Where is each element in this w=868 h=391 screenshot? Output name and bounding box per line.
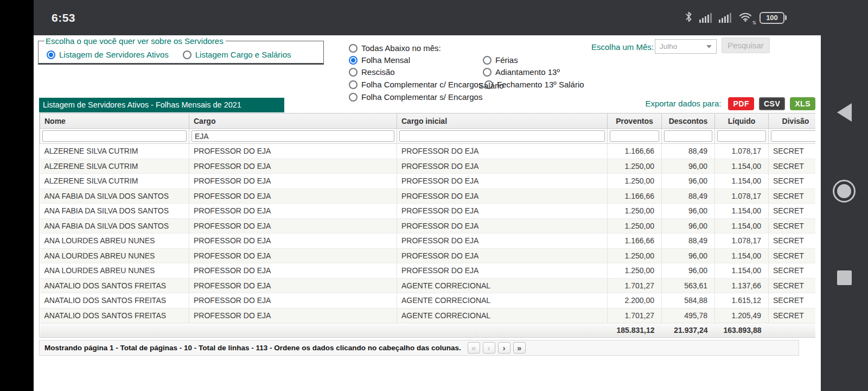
cell-cargo: PROFESSOR DO EJA: [189, 278, 397, 293]
radio-icon[interactable]: [349, 80, 358, 89]
cell-divisao: SECRET: [769, 293, 816, 308]
table-header-row: Nome Cargo Cargo inicial Proventos Desco…: [40, 113, 816, 129]
table-row: ANATALIO DOS SANTOS FREITAS PROFESSOR DO…: [40, 278, 816, 293]
display-cutout-strip: [0, 0, 34, 391]
app-content: Escolha o que você quer ver sobre os Ser…: [34, 35, 821, 391]
radio-label: Folha Complementar s/ Encargos: [361, 92, 482, 102]
column-header-divisao[interactable]: Divisão: [769, 113, 816, 129]
radio-icon[interactable]: [349, 68, 358, 77]
cell-cargo: PROFESSOR DO EJA: [189, 234, 397, 249]
radio-icon[interactable]: [349, 93, 358, 102]
export-row: Exportar dados para: PDF CSV XLS: [627, 96, 815, 111]
cell-cargo: PROFESSOR DO EJA: [189, 248, 397, 263]
bluetooth-icon: [685, 11, 692, 24]
cell-divisao: SECRET: [769, 174, 816, 189]
view-chooser-fieldset: Escolha o que você quer ver sobre os Ser…: [38, 36, 324, 65]
recents-icon[interactable]: [837, 270, 852, 285]
filter-descontos-input[interactable]: [664, 130, 712, 142]
home-icon[interactable]: [833, 180, 856, 203]
cell-liquido: 1.078,17: [715, 234, 769, 249]
cell-descontos: 96,00: [662, 159, 715, 174]
cell-proventos: 1.250,00: [608, 204, 662, 219]
search-button[interactable]: Pesquisar: [722, 37, 770, 53]
column-header-nome[interactable]: Nome: [40, 113, 189, 129]
filter-nome-input[interactable]: [42, 130, 187, 142]
radio-label: Folha Complementar c/ Encargos: [361, 80, 482, 89]
export-pdf-button[interactable]: PDF: [728, 97, 754, 110]
filter-cargo-input[interactable]: [192, 130, 394, 142]
month-select[interactable]: Julho: [655, 39, 717, 54]
filter-liquido-input[interactable]: [717, 130, 766, 142]
cell-nome: ANA LOURDES ABREU NUNES: [40, 234, 189, 249]
cell-cargo-inicial: AGENTE CORRECIONAL: [397, 293, 608, 308]
cell-cargo-inicial: PROFESSOR DO EJA: [397, 159, 608, 174]
radio-option-folha-mensal[interactable]: Folha Mensal: [349, 55, 410, 65]
cell-divisao: SECRET: [769, 188, 816, 204]
back-icon[interactable]: [837, 103, 852, 122]
total-liquido: 163.893,88: [715, 323, 769, 338]
radio-option-listagem-cargo-salarios[interactable]: Listagem Cargo e Salários: [183, 50, 291, 59]
filter-cargo-inicial-input[interactable]: [399, 130, 605, 142]
cell-liquido: 1.615,12: [715, 293, 769, 308]
cell-cargo-inicial: PROFESSOR DO EJA: [397, 174, 608, 189]
radio-option-folha-complementar-com-encargos[interactable]: Folha Complementar c/ Encargos: [349, 80, 482, 89]
radio-option-folha-complementar-sem-encargos[interactable]: Folha Complementar s/ Encargos: [349, 92, 482, 102]
radio-icon[interactable]: [349, 44, 358, 53]
cell-cargo-inicial: PROFESSOR DO EJA: [397, 218, 608, 234]
cell-descontos: 96,00: [662, 248, 715, 263]
radio-label: Listagem Cargo e Salários: [195, 50, 291, 59]
export-csv-button[interactable]: CSV: [759, 97, 785, 110]
wifi-icon: ⇅: [738, 11, 752, 24]
battery-icon: 100: [760, 12, 787, 24]
column-header-proventos[interactable]: Proventos: [608, 113, 662, 129]
next-page-button[interactable]: ›: [498, 342, 510, 354]
cell-cargo-inicial: AGENTE CORRECIONAL: [397, 308, 608, 323]
radio-icon[interactable]: [483, 56, 492, 65]
radio-option-listagem-servidores-ativos[interactable]: Listagem de Servidores Ativos: [47, 50, 169, 59]
radio-option-todas-abaixo[interactable]: Todas Abaixo no mês:: [349, 43, 441, 53]
cell-cargo-inicial: AGENTE CORRECIONAL: [397, 278, 608, 293]
radio-icon[interactable]: [483, 68, 492, 77]
cell-liquido: 1.137,66: [715, 278, 769, 293]
column-header-cargo-inicial[interactable]: Cargo inicial: [397, 113, 608, 129]
radio-selected-icon[interactable]: [47, 51, 55, 59]
last-page-button[interactable]: »: [513, 342, 526, 354]
radio-icon[interactable]: [183, 51, 192, 59]
cell-divisao: SECRET: [769, 204, 816, 219]
radio-option-rescisao[interactable]: Rescisão: [349, 67, 395, 77]
radio-option-ferias[interactable]: Férias: [483, 55, 518, 65]
cell-divisao: SECRET: [769, 308, 816, 323]
cell-proventos: 1.250,00: [608, 218, 662, 234]
cell-signal-icon: [699, 13, 712, 23]
cell-cargo: PROFESSOR DO EJA: [189, 218, 397, 234]
first-page-button[interactable]: «: [468, 342, 480, 354]
cell-nome: ANATALIO DOS SANTOS FREITAS: [40, 278, 189, 293]
cell-liquido: 1.205,49: [715, 308, 769, 323]
table-row: ANATALIO DOS SANTOS FREITAS PROFESSOR DO…: [40, 293, 816, 308]
cell-cargo-inicial: PROFESSOR DO EJA: [397, 188, 608, 204]
cell-cargo: PROFESSOR DO EJA: [189, 159, 397, 174]
cell-divisao: SECRET: [769, 248, 816, 263]
cell-descontos: 88,49: [662, 144, 715, 159]
column-header-liquido[interactable]: Líquido: [715, 113, 769, 129]
cell-cargo: PROFESSOR DO EJA: [189, 263, 397, 279]
filter-proventos-input[interactable]: [610, 130, 659, 142]
table-row: ANA FABIA DA SILVA DOS SANTOS PROFESSOR …: [40, 218, 816, 234]
table-row: ANATALIO DOS SANTOS FREITAS PROFESSOR DO…: [40, 308, 816, 323]
column-header-cargo[interactable]: Cargo: [189, 113, 397, 129]
export-xls-button[interactable]: XLS: [790, 97, 815, 110]
cell-divisao: SECRET: [769, 278, 816, 293]
wrapped-salario-text: Salário: [478, 81, 504, 90]
radio-option-adiantamento-13[interactable]: Adiantamento 13º: [483, 67, 560, 77]
column-header-descontos[interactable]: Descontos: [662, 113, 715, 129]
filter-divisao-input[interactable]: [771, 130, 815, 142]
radio-selected-icon[interactable]: [349, 56, 358, 65]
cell-proventos: 1.166,66: [608, 188, 662, 204]
cell-nome: ALZERENE SILVA CUTRIM: [40, 159, 189, 174]
cell-cargo: PROFESSOR DO EJA: [189, 174, 397, 189]
status-bar: 6:53 ⇅ 100: [34, 0, 868, 35]
radio-label: Listagem de Servidores Ativos: [59, 50, 169, 59]
previous-page-button[interactable]: ‹: [483, 342, 495, 354]
radio-label: Folha Mensal: [361, 55, 410, 65]
view-chooser-legend: Escolha o que você quer ver sobre os Ser…: [44, 36, 226, 46]
